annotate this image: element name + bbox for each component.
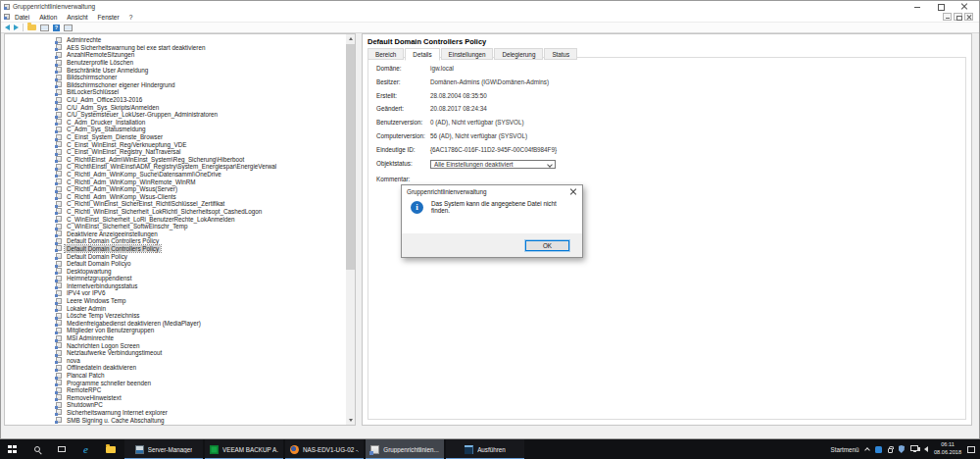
tree-item[interactable]: Default Domain Policy: [5, 252, 346, 260]
tree-item[interactable]: ShutdownPC: [5, 401, 346, 409]
tree-item[interactable]: Mitglieder von Benutzergruppen: [5, 327, 346, 334]
tree-item[interactable]: Default Domain Controllers Policy: [5, 237, 346, 245]
tree-item[interactable]: Nachrichten Logon Screen: [5, 341, 346, 349]
tree-item[interactable]: IPV4 vor IPV6: [5, 289, 346, 297]
tree-item[interactable]: Heimnetzgruppendienst: [5, 275, 346, 282]
tree-item[interactable]: AnzahlRemoteSitzungen: [5, 51, 346, 59]
tree-item[interactable]: C_Richtl_Adm_WinKomp_WinRemote_WinRM: [5, 178, 346, 185]
tree-item[interactable]: RemoveHinweistext: [5, 394, 346, 402]
menu-item[interactable]: Datei: [10, 14, 34, 21]
tree-item[interactable]: Lokaler Admin: [5, 304, 346, 312]
close-icon[interactable]: [960, 3, 968, 11]
tree-item[interactable]: C_Richtl_WinEinst_SicherEinst_RichtlSchl…: [5, 200, 346, 208]
lock-icon[interactable]: [888, 448, 893, 453]
tree-item[interactable]: Deaktiviere Anzeigeeinstellungen: [5, 230, 346, 237]
export-list-icon[interactable]: [40, 25, 49, 31]
taskbar-app-button[interactable]: Server-Manager: [124, 439, 203, 459]
tree-item[interactable]: Default Domain Controllers Policy: [5, 245, 346, 253]
tree-item[interactable]: Lösche Temp Verzeichniss: [5, 312, 346, 320]
tree-item[interactable]: Adminrechte: [5, 36, 346, 44]
network-icon[interactable]: [910, 445, 918, 451]
tab[interactable]: Bereich: [368, 48, 404, 60]
tree-item[interactable]: Beschränkte User Anmeldung: [5, 66, 346, 74]
tree-item[interactable]: C/U_Adm_Sys_Skripts/Anmelden: [5, 103, 346, 111]
tree-item[interactable]: C_Adm_Sys_Statusmeldung: [5, 126, 346, 133]
tab[interactable]: Einstellungen: [441, 48, 494, 60]
scroll-down-icon[interactable]: [346, 416, 355, 425]
tree-item[interactable]: Programme schneller beenden: [5, 379, 346, 386]
taskbar-app-button[interactable]: Gruppenrichtlinien...: [366, 439, 444, 459]
tree-item[interactable]: BitLockerSchlüssel: [5, 88, 346, 96]
tree-item[interactable]: C_Richtl_Adm_WinKomp_Suche\Datensamml\On…: [5, 171, 346, 178]
task-view-button[interactable]: [49, 439, 74, 459]
internet-explorer-button[interactable]: e: [74, 439, 98, 459]
tree-item[interactable]: Benutzerprofile Löschen: [5, 59, 346, 67]
tree-item[interactable]: Desktopwartung: [5, 267, 346, 275]
tree-item[interactable]: C/U_Adm_Office2013-2016: [5, 96, 346, 104]
child-restore-icon[interactable]: [954, 13, 962, 21]
taskbar-app-button[interactable]: VEEAM BACKUP A...: [205, 439, 283, 459]
tree-item[interactable]: C_Einst_System_Dienste_Browser: [5, 133, 346, 141]
show-tree-icon[interactable]: [27, 25, 36, 30]
dialog-close-icon[interactable]: [569, 187, 577, 195]
security-shield-icon[interactable]: [899, 445, 906, 453]
scrollbar-thumb[interactable]: [346, 44, 355, 270]
tree-item[interactable]: C/U_Systemsteuer_LokUser-Gruppen_Adminis…: [5, 111, 346, 119]
child-minimize-icon[interactable]: [943, 13, 952, 21]
minimize-icon[interactable]: [913, 3, 921, 11]
help-icon[interactable]: ?: [53, 25, 60, 31]
tray-app-icon[interactable]: [875, 446, 882, 453]
tree-item[interactable]: MSI Adminrechte: [5, 334, 346, 342]
tree-item[interactable]: Sicherheitswarnung Internet explorer: [5, 409, 346, 417]
tree-item[interactable]: Netzlaufwerke Verbindungstimeout: [5, 349, 346, 357]
tree-item[interactable]: SMB Signing u. Cache Abschaltung: [5, 416, 346, 424]
taskbar-app-button[interactable]: NAS-EDV1-UG-02 -...: [285, 439, 364, 459]
file-explorer-button[interactable]: [98, 439, 122, 459]
maximize-icon[interactable]: [937, 3, 945, 11]
tree-item[interactable]: C_Richtl\Einstl_WinEinst\ADM_Registry\Sy…: [5, 163, 346, 171]
startmenu-toolbar-label[interactable]: Startmenü: [830, 446, 858, 453]
tab[interactable]: Delegierung: [494, 48, 543, 60]
tree-item[interactable]: Bildschirmschoner eigener Hindergrund: [5, 81, 346, 89]
tree-item[interactable]: Internetverbindungsstatus: [5, 282, 346, 290]
action-center-icon[interactable]: [967, 446, 975, 453]
tab[interactable]: Status: [544, 48, 577, 60]
tree-item[interactable]: Default Domain Policyo: [5, 260, 346, 268]
tree-item[interactable]: C_Adm_Drucker_Installation: [5, 119, 346, 127]
tree-item[interactable]: RemoteRPC: [5, 386, 346, 394]
child-close-icon[interactable]: [964, 13, 973, 21]
tree-item[interactable]: C_Einst_WinEinst_Registry_NatTraversal: [5, 148, 346, 156]
clock[interactable]: 06:11 08.06.2018: [934, 441, 961, 456]
tree-item[interactable]: Leere Windows Temp: [5, 297, 346, 305]
tree-item[interactable]: C_Richtl\Einst_Adm\WinEinst_System\Reg_S…: [5, 156, 346, 164]
tree-item[interactable]: Plancal Patch: [5, 372, 346, 380]
start-button[interactable]: [0, 439, 24, 459]
back-icon[interactable]: [5, 25, 10, 30]
scroll-up-icon[interactable]: [346, 34, 355, 43]
volume-icon[interactable]: [924, 446, 928, 452]
tab[interactable]: Details: [405, 48, 439, 61]
hidden-icons-chevron-icon[interactable]: [864, 447, 870, 453]
forward-icon[interactable]: [14, 25, 19, 30]
tree-item[interactable]: C_WinEinst_Sicherheit_LoRi_BenutzerRecht…: [5, 215, 346, 223]
tree-item[interactable]: Bildschirmschoner: [5, 74, 346, 81]
tree-item[interactable]: Medienfreigabedienst deaktivieren (Media…: [5, 320, 346, 328]
tree-item[interactable]: C_Richtl_WinEinst_Sicherheit_LokRichtl_S…: [5, 208, 346, 216]
taskbar-app-button[interactable]: Ausführen: [446, 439, 524, 459]
menu-item[interactable]: Aktion: [34, 14, 62, 21]
ok-button[interactable]: OK: [525, 240, 569, 251]
menu-item[interactable]: Ansicht: [62, 14, 92, 21]
tree-scrollbar[interactable]: [346, 34, 355, 425]
tree-item[interactable]: C_Einst_WinEinst_Reg/Verknuepfung_VDE: [5, 140, 346, 148]
tree-item[interactable]: AES Sicherheitswarnung bei exe start dea…: [5, 44, 346, 52]
tree-item[interactable]: C_Richtl_Adm_WinKomp_Wsus-Clients: [5, 192, 346, 200]
search-button[interactable]: [24, 439, 49, 459]
gpo-icon: [56, 186, 62, 192]
tree-item[interactable]: C_Richtl_Adm_WinKomp_Wsus(Server): [5, 185, 346, 193]
properties-icon[interactable]: [64, 25, 73, 31]
menu-item[interactable]: ?: [124, 14, 138, 21]
menu-item[interactable]: Fenster: [93, 14, 124, 21]
tree-item[interactable]: C_WinEinst_Sicherheit_SoftwEinschr_Temp: [5, 223, 346, 230]
tree-item[interactable]: Offlinedatein deaktivieren: [5, 364, 346, 372]
tree-item[interactable]: nova: [5, 357, 346, 365]
